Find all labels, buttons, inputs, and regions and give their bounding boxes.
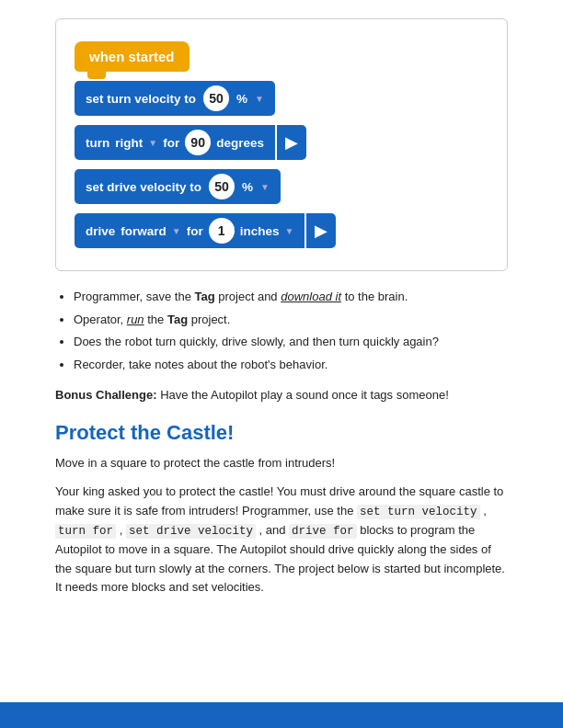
bonus-challenge: Bonus Challenge: Have the Autopilot play… bbox=[55, 386, 508, 404]
block-diagram: when started set turn velocity to 50 % ▼… bbox=[55, 18, 508, 271]
bonus-text: Have the Autopilot play a sound once it … bbox=[160, 388, 449, 402]
when-started-label: when started bbox=[89, 49, 175, 64]
when-started-row: when started bbox=[75, 41, 190, 72]
drive-row: drive forward ▼ for 1 inches ▼ ▶ bbox=[75, 213, 336, 248]
when-started-block: when started bbox=[75, 41, 190, 72]
drive-inches-value: 1 bbox=[209, 218, 235, 244]
turn-direction-dropdown-icon: ▼ bbox=[148, 138, 157, 148]
drive-direction: forward bbox=[121, 224, 167, 238]
turn-velocity-dropdown-icon: ▼ bbox=[255, 94, 264, 104]
set-drive-velocity-label: set drive velocity to bbox=[86, 180, 201, 194]
drive-velocity-dropdown-icon: ▼ bbox=[260, 182, 270, 192]
drive-inches-dropdown-icon: ▼ bbox=[284, 226, 293, 236]
drive-velocity-percent: % bbox=[242, 180, 253, 194]
section-heading: Protect the Castle! bbox=[55, 421, 508, 445]
code-turn-for: turn for bbox=[55, 524, 116, 539]
turn-degrees-label: degrees bbox=[216, 136, 264, 150]
list-item: Recorder, take notes about the robot's b… bbox=[74, 356, 508, 374]
set-drive-velocity-block: set drive velocity to 50 % ▼ bbox=[75, 169, 281, 204]
drive-direction-dropdown-icon: ▼ bbox=[172, 226, 181, 236]
list-item: Does the robot turn quickly, drive slowl… bbox=[74, 333, 508, 351]
set-turn-velocity-label: set turn velocity to bbox=[86, 92, 196, 106]
bonus-label: Bonus Challenge: bbox=[55, 388, 157, 402]
turn-arrow-right: ▶ bbox=[277, 125, 306, 160]
drive-arrow-right: ▶ bbox=[306, 213, 336, 248]
turn-row: turn right ▼ for 90 degrees ▶ bbox=[75, 125, 306, 160]
drive-block-main: drive forward ▼ for 1 inches ▼ bbox=[75, 213, 304, 248]
drive-inches-label: inches bbox=[240, 224, 280, 238]
turn-verb: turn bbox=[86, 136, 109, 150]
turn-degrees-value: 90 bbox=[185, 130, 211, 155]
turn-velocity-percent: % bbox=[236, 92, 247, 106]
turn-direction: right bbox=[115, 136, 143, 150]
section-body: Your king asked you to protect the castl… bbox=[55, 483, 508, 597]
list-item: Operator, run the Tag project. bbox=[74, 311, 508, 329]
list-item: Programmer, save the Tag project and dow… bbox=[74, 288, 508, 306]
drive-for-label: for bbox=[187, 224, 203, 238]
set-drive-velocity-row: set drive velocity to 50 % ▼ bbox=[75, 169, 281, 204]
set-turn-velocity-row: set turn velocity to 50 % ▼ bbox=[75, 81, 275, 116]
drive-verb: drive bbox=[86, 224, 115, 238]
footer-bar bbox=[0, 702, 563, 728]
drive-velocity-value: 50 bbox=[209, 174, 235, 199]
turn-velocity-value: 50 bbox=[203, 85, 229, 111]
code-set-drive-velocity: set drive velocity bbox=[126, 524, 256, 539]
section-intro: Move in a square to protect the castle f… bbox=[55, 454, 508, 472]
instruction-list: Programmer, save the Tag project and dow… bbox=[74, 288, 508, 373]
turn-for-label: for bbox=[163, 136, 179, 150]
code-set-turn-velocity: set turn velocity bbox=[357, 505, 480, 519]
set-turn-velocity-block: set turn velocity to 50 % ▼ bbox=[75, 81, 275, 116]
code-drive-for: drive for bbox=[289, 524, 357, 539]
turn-block-main: turn right ▼ for 90 degrees bbox=[75, 125, 275, 160]
